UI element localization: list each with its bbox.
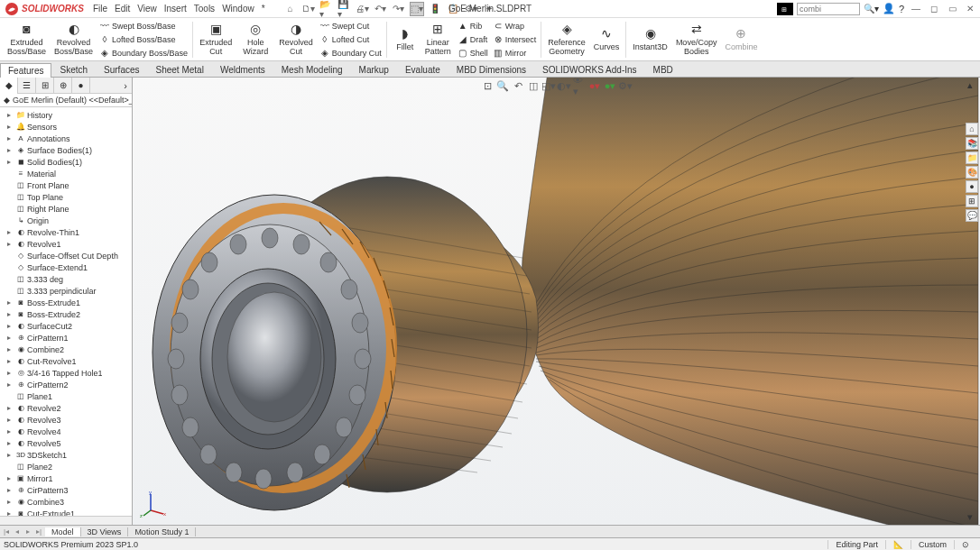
status-units[interactable]: Custom <box>911 540 954 549</box>
boundary-boss-button[interactable]: ◈Boundary Boss/Base <box>97 47 190 60</box>
new-icon[interactable]: 🗋▾ <box>301 2 316 16</box>
print-icon[interactable]: 🖨▾ <box>356 2 370 16</box>
tree-tab-feature[interactable]: ◆ <box>0 78 18 94</box>
tree-toggle-icon[interactable]: ▸ <box>7 416 14 424</box>
intersect-button[interactable]: ⊗Intersect <box>491 33 539 46</box>
tree-toggle-icon[interactable]: ▸ <box>7 451 14 459</box>
maximize-icon[interactable]: ▭ <box>946 3 958 15</box>
close-icon[interactable]: ✕ <box>964 3 976 15</box>
bottom-tab-next-icon[interactable]: ▸ <box>23 527 32 536</box>
tree-item[interactable]: ▸◙Boss-Extrude2 <box>0 308 132 320</box>
tree-toggle-icon[interactable]: ▸ <box>7 298 14 307</box>
hide-show-icon[interactable]: 👁▾ <box>573 79 586 92</box>
tree-item[interactable]: ▸AAnnotations <box>0 133 132 144</box>
tree-scrollbar-horizontal[interactable] <box>0 516 132 525</box>
menu-help[interactable]: * <box>262 4 265 14</box>
tree-item[interactable]: ▸🔔Sensors <box>0 121 132 133</box>
menu-window[interactable]: Window <box>222 4 254 14</box>
tree-toggle-icon[interactable]: ▸ <box>7 334 14 342</box>
taskpane-forum-icon[interactable]: 💬 <box>966 209 978 222</box>
tree-item[interactable]: ▸◐Revolve2 <box>0 402 132 414</box>
hole-wizard-button[interactable]: ◎Hole Wizard <box>236 20 274 60</box>
tree-toggle-icon[interactable]: ▸ <box>7 404 14 412</box>
display-style-icon[interactable]: ◐▾ <box>558 79 570 92</box>
restore-icon[interactable]: ◻ <box>928 3 940 15</box>
edit-appearance-icon[interactable]: ●▾ <box>588 79 601 92</box>
tree-item[interactable]: ▸◙Cut-Extrude1 <box>0 508 132 516</box>
tab-weldments[interactable]: Weldments <box>212 62 273 77</box>
mirror-button[interactable]: ▥Mirror <box>491 47 539 60</box>
tree-toggle-icon[interactable]: ▸ <box>7 228 14 236</box>
tree-body[interactable]: ▸📁History▸🔔Sensors▸AAnnotations▸◈Surface… <box>0 107 132 516</box>
menu-view[interactable]: View <box>137 4 157 14</box>
graphics-viewport[interactable]: ⊡ 🔍 ↶ ◫ ◱▾ ◐▾ 👁▾ ●▾ ●▾ ⚙▾ ▴ ⌂ 📚 📁 🎨 ● ⊞ … <box>133 78 980 525</box>
tree-root-item[interactable]: ◆ GoE Merlin (Default) <<Default>_Displa… <box>0 94 132 107</box>
tab-surfaces[interactable]: Surfaces <box>96 62 147 77</box>
linear-pattern-button[interactable]: ⊞Linear Pattern <box>421 20 455 60</box>
tree-item[interactable]: ▸◉Combine3 <box>0 496 132 508</box>
tree-item[interactable]: ▸⊕CirPattern3 <box>0 484 132 496</box>
tree-item[interactable]: ◫Front Plane <box>0 179 132 191</box>
extruded-cut-button[interactable]: ▣Extruded Cut <box>196 20 236 60</box>
tab-markup[interactable]: Markup <box>351 62 397 77</box>
menu-file[interactable]: File <box>93 4 107 14</box>
swept-boss-button[interactable]: 〰Swept Boss/Base <box>97 20 190 32</box>
tree-toggle-icon[interactable]: ▸ <box>7 322 14 330</box>
tree-toggle-icon[interactable]: ▸ <box>7 310 14 318</box>
tab-sheetmetal[interactable]: Sheet Metal <box>148 62 212 77</box>
tab-features[interactable]: Features <box>0 63 51 78</box>
tree-toggle-icon[interactable]: ▸ <box>7 369 14 377</box>
tree-toggle-icon[interactable]: ▸ <box>7 509 14 516</box>
user-icon[interactable]: 👤 <box>883 3 895 14</box>
tree-toggle-icon[interactable]: ▸ <box>7 111 14 119</box>
tree-item[interactable]: ▸◈Surface Bodies(1) <box>0 144 132 156</box>
prev-view-icon[interactable]: ↶ <box>512 79 524 92</box>
tree-item[interactable]: ▸◐Cut-Revolve1 <box>0 355 132 367</box>
revolved-cut-button[interactable]: ◑Revolved Cut <box>275 20 317 60</box>
tree-toggle-icon[interactable]: ▸ <box>7 474 14 482</box>
curves-button[interactable]: ∿Curves <box>590 20 624 60</box>
tree-toggle-icon[interactable]: ▸ <box>7 498 14 506</box>
zoom-area-icon[interactable]: 🔍 <box>496 79 509 92</box>
menu-edit[interactable]: Edit <box>115 4 130 14</box>
tree-expand-icon[interactable]: › <box>119 80 132 91</box>
tree-item[interactable]: ▸◼Solid Bodies(1) <box>0 156 132 168</box>
scroll-up-icon[interactable]: ▴ <box>967 79 978 91</box>
status-gear-icon[interactable]: ⊙ <box>954 540 976 549</box>
bottom-tab-last-icon[interactable]: ▸| <box>34 527 43 536</box>
tree-tab-config[interactable]: ⊞ <box>36 78 54 94</box>
status-indicator-icon[interactable]: 📐 <box>885 540 911 549</box>
tree-item[interactable]: ▸◎3/4-16 Tapped Hole1 <box>0 367 132 379</box>
tree-item[interactable]: ◫Plane1 <box>0 390 132 402</box>
tree-item[interactable]: ◫Plane2 <box>0 461 132 472</box>
tree-item[interactable]: ▸⊕CirPattern1 <box>0 332 132 344</box>
section-view-icon[interactable]: ◫ <box>527 79 540 92</box>
tab-sketch[interactable]: Sketch <box>51 62 96 77</box>
tree-item[interactable]: ◫Top Plane <box>0 191 132 203</box>
save-icon[interactable]: 💾▾ <box>337 2 352 16</box>
open-icon[interactable]: 📂▾ <box>319 2 334 16</box>
tree-toggle-icon[interactable]: ▸ <box>7 486 14 494</box>
tree-item[interactable]: ◫Right Plane <box>0 203 132 215</box>
taskpane-resources-icon[interactable]: ⌂ <box>966 123 978 135</box>
tree-item[interactable]: ▸◐Revolve4 <box>0 426 132 437</box>
tree-tab-property[interactable]: ☰ <box>18 78 36 94</box>
search-input[interactable] <box>797 3 860 15</box>
orientation-triad[interactable]: x z y <box>140 490 167 518</box>
zoom-fit-icon[interactable]: ⊡ <box>481 79 494 92</box>
draft-button[interactable]: ◢Draft <box>456 33 490 46</box>
tab-mbddim[interactable]: MBD Dimensions <box>448 62 534 77</box>
tree-item[interactable]: ▸📁History <box>0 109 132 121</box>
tree-item[interactable]: ▸◐Revolve1 <box>0 238 132 250</box>
tree-item[interactable]: ≡Material <box>0 168 132 179</box>
tree-item[interactable]: ◇Surface-Extend1 <box>0 261 132 273</box>
tab-addins[interactable]: SOLIDWORKS Add-Ins <box>534 62 644 77</box>
home-icon[interactable]: ⌂ <box>283 2 298 16</box>
redo-icon[interactable]: ↷▾ <box>392 2 406 16</box>
apply-scene-icon[interactable]: ●▾ <box>604 79 616 92</box>
move-copy-button[interactable]: ⇄Move/Copy Bodies <box>672 20 721 60</box>
select-icon[interactable]: ⬚▾ <box>410 2 424 16</box>
lofted-boss-button[interactable]: ◊Lofted Boss/Base <box>97 33 190 46</box>
tree-toggle-icon[interactable]: ▸ <box>7 345 14 353</box>
tree-tab-dimxpert[interactable]: ⊕ <box>54 78 72 94</box>
